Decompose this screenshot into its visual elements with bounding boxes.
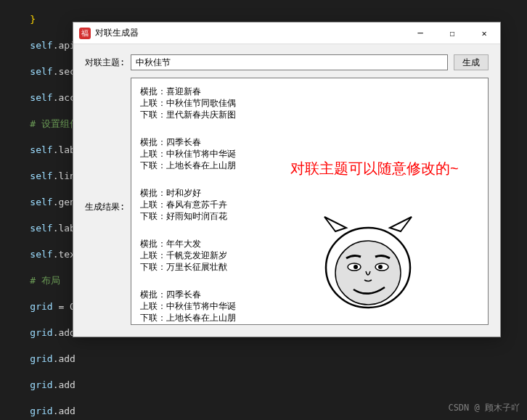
title-bar[interactable]: 对联生成器 ─ ☐ ✕ [73, 22, 500, 44]
meme-face-image [314, 213, 422, 315]
generate-button[interactable]: 生成 [454, 54, 489, 70]
csdn-watermark: CSDN @ 顾木子吖 [448, 402, 520, 414]
maximize-button[interactable]: ☐ [436, 22, 468, 44]
couplet-block: 横批：四季长春 上联：中秋佳节将中华诞 下联：上地长春在上山朋 [140, 136, 479, 171]
minimize-button[interactable]: ─ [404, 22, 436, 44]
svg-point-3 [354, 265, 358, 269]
window-title: 对联生成器 [95, 27, 404, 39]
svg-point-5 [378, 265, 383, 269]
svg-point-1 [335, 241, 401, 305]
close-button[interactable]: ✕ [468, 22, 500, 44]
couplet-block: 横批：喜迎新春 上联：中秋佳节同歌佳偶 下联：里代新春共庆新图 [140, 86, 479, 120]
couplet-block: 横批：四季长春 上联：中秋佳节将中华诞 下联：上地长春在上山朋 [140, 289, 479, 324]
input-row: 对联主题: 生成 [85, 54, 489, 70]
couplet-block: 横批：时和岁好 上联：春风有意苏千卉 下联：好雨知时润百花 [140, 187, 479, 222]
couplet-block: 横批：年年大发 上联：千帆竞发迎新岁 下联：万里长征展壮猷 [140, 238, 479, 273]
couplet-generator-dialog: 对联生成器 ─ ☐ ✕ 对联主题: 生成 生成结果: 横批：喜迎新春 上联：中秋… [73, 22, 501, 337]
content-area: 对联主题: 生成 生成结果: 横批：喜迎新春 上联：中秋佳节同歌佳偶 下联：里代… [73, 44, 500, 337]
result-row: 生成结果: 横批：喜迎新春 上联：中秋佳节同歌佳偶 下联：里代新春共庆新图 横批… [85, 78, 489, 325]
result-textarea[interactable]: 横批：喜迎新春 上联：中秋佳节同歌佳偶 下联：里代新春共庆新图 横批：四季长春 … [131, 78, 489, 325]
result-label: 生成结果: [85, 78, 125, 325]
app-icon [79, 28, 91, 39]
theme-label: 对联主题: [85, 57, 125, 69]
theme-input[interactable] [131, 54, 448, 70]
